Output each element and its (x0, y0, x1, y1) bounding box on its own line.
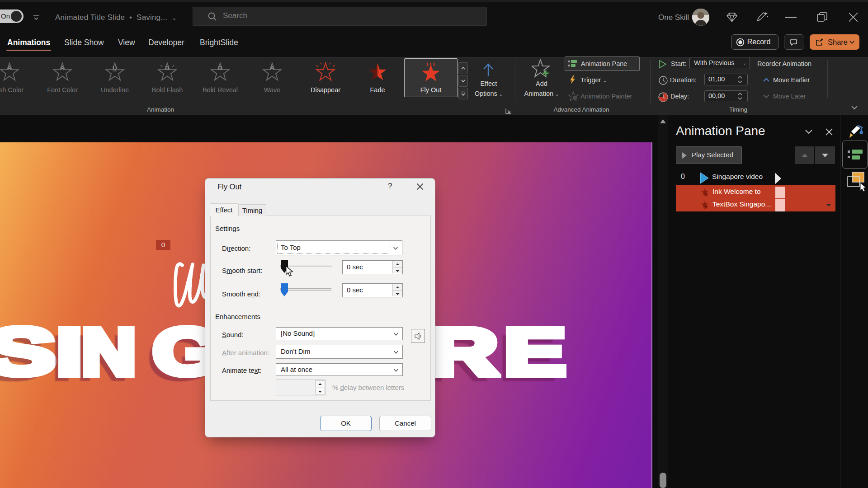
svg-text:A: A (270, 65, 274, 71)
svg-text:B: B (165, 65, 169, 71)
svg-text:A: A (7, 65, 11, 71)
svg-text:A: A (60, 65, 64, 71)
svg-text:B: B (218, 65, 222, 71)
svg-text:U: U (113, 65, 117, 71)
